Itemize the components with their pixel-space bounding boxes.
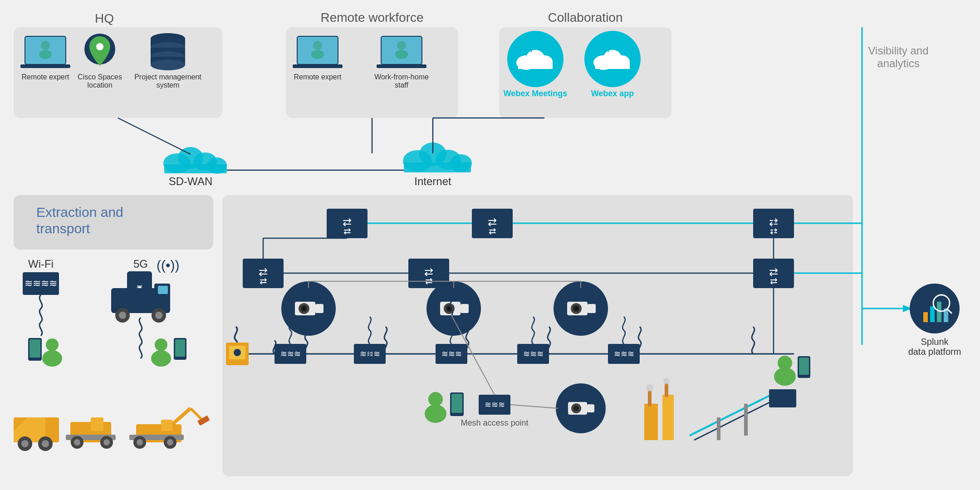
- svg-text:Webex Meetings: Webex Meetings: [504, 89, 568, 98]
- splunk-icon: [910, 284, 960, 333]
- svg-text:⇄: ⇄: [770, 276, 778, 286]
- svg-text:Internet: Internet: [414, 175, 451, 187]
- svg-text:≋≋≋: ≋≋≋: [280, 349, 301, 358]
- svg-text:⇄: ⇄: [260, 276, 267, 286]
- svg-point-4: [39, 50, 52, 59]
- svg-rect-64: [164, 164, 227, 173]
- svg-rect-188: [587, 404, 594, 412]
- svg-text:((•)): ((•)): [157, 258, 179, 273]
- remote-workforce-label: Remote workforce: [320, 10, 423, 24]
- svg-rect-23: [293, 64, 343, 68]
- svg-point-115: [137, 439, 143, 446]
- camera-2: [426, 281, 481, 336]
- svg-rect-80: [29, 339, 40, 358]
- svg-rect-156: [588, 304, 596, 313]
- collaboration-label: Collaboration: [548, 10, 623, 24]
- wifi-label: Wi-Fi: [28, 258, 54, 270]
- svg-text:system: system: [157, 81, 180, 89]
- mesh-device-1: ≋≋≋: [274, 344, 306, 364]
- svg-rect-70: [404, 162, 471, 172]
- svg-text:⇄: ⇄: [489, 226, 496, 236]
- svg-rect-144: [315, 304, 323, 313]
- svg-rect-54: [930, 306, 935, 322]
- mesh-device-bottom: ≋≋≋: [479, 395, 510, 415]
- svg-point-159: [575, 307, 578, 310]
- svg-text:data platform: data platform: [908, 347, 961, 357]
- remote-expert-rw-icon: Remote expert: [293, 36, 343, 81]
- svg-point-21: [313, 41, 322, 50]
- svg-point-91: [155, 312, 162, 319]
- svg-point-203: [663, 378, 670, 384]
- svg-point-107: [103, 439, 110, 446]
- hq-label: HQ: [95, 11, 114, 25]
- mesh-label: Mesh access point: [461, 418, 528, 427]
- svg-text:Work-from-home: Work-from-home: [374, 73, 429, 81]
- svg-rect-110: [161, 420, 172, 431]
- switch-top-2: ⇄ ⇄: [472, 209, 513, 238]
- svg-text:Remote expert: Remote expert: [22, 73, 69, 81]
- svg-point-202: [646, 384, 653, 392]
- svg-rect-94: [175, 339, 185, 357]
- mesh-device-5: ≋≋≋: [608, 344, 640, 364]
- svg-rect-35: [518, 63, 553, 69]
- svg-point-153: [448, 307, 451, 310]
- svg-point-22: [311, 50, 324, 59]
- svg-rect-199: [662, 395, 674, 440]
- svg-point-182: [234, 349, 241, 356]
- svg-point-98: [21, 440, 29, 447]
- camera-3: [554, 281, 608, 336]
- svg-rect-28: [377, 64, 426, 68]
- svg-point-117: [167, 439, 173, 446]
- svg-point-27: [395, 50, 408, 59]
- svg-rect-53: [923, 312, 928, 322]
- svg-point-82: [42, 350, 62, 367]
- svg-point-89: [119, 312, 126, 319]
- svg-point-105: [74, 439, 80, 446]
- camera-bottom: [556, 383, 606, 433]
- svg-text:SD-WAN: SD-WAN: [169, 175, 212, 187]
- svg-point-193: [425, 405, 446, 423]
- svg-point-147: [303, 307, 305, 310]
- svg-point-81: [46, 338, 59, 351]
- svg-rect-198: [644, 404, 658, 440]
- svg-text:≋≋≋: ≋≋≋: [614, 349, 634, 358]
- svg-point-8: [96, 43, 103, 50]
- switch-far-right: ⇄ ⇄: [753, 259, 794, 288]
- svg-rect-200: [648, 390, 652, 406]
- svg-point-17: [151, 59, 185, 70]
- mesh-device-4: ≋≋≋: [517, 344, 549, 364]
- svg-text:≋≋≋: ≋≋≋: [523, 349, 544, 358]
- svg-rect-197: [799, 358, 809, 375]
- svg-text:Remote expert: Remote expert: [294, 73, 342, 81]
- svg-text:transport: transport: [36, 221, 90, 236]
- fiveg-label: 5G: [133, 258, 148, 270]
- svg-rect-5: [20, 64, 70, 68]
- switch-mid-left: ⇄ ⇄: [243, 259, 284, 288]
- svg-point-93: [151, 350, 171, 367]
- svg-rect-103: [91, 417, 103, 431]
- main-diagram: HQ Remote expert Cisco Spaces location: [0, 0, 980, 490]
- svg-rect-44: [595, 63, 630, 69]
- svg-rect-87: [158, 286, 168, 294]
- svg-text:Project management: Project management: [134, 73, 201, 81]
- svg-text:staff: staff: [395, 81, 409, 89]
- svg-rect-206: [717, 417, 720, 440]
- svg-rect-194: [451, 394, 462, 413]
- svg-rect-201: [665, 383, 668, 397]
- mesh-device-3: ≋≋≋: [436, 344, 467, 364]
- svg-point-100: [42, 440, 49, 447]
- svg-text:≋≋≋≋: ≋≋≋≋: [24, 278, 57, 289]
- svg-text:location: location: [87, 81, 112, 89]
- svg-rect-150: [461, 304, 469, 313]
- svg-point-92: [155, 338, 167, 351]
- remote-expert-hq-icon: Remote expert: [20, 36, 70, 81]
- splunk-label: Splunk: [921, 337, 949, 347]
- svg-rect-208: [769, 389, 796, 407]
- svg-text:Cisco Spaces: Cisco Spaces: [78, 73, 122, 81]
- yellow-device: [226, 343, 249, 365]
- svg-rect-207: [744, 404, 748, 436]
- diagram-svg: HQ Remote expert Cisco Spaces location: [0, 0, 980, 490]
- svg-text:⇄: ⇄: [343, 226, 351, 236]
- extraction-label: Extraction and: [36, 205, 123, 220]
- svg-text:≋≋≋: ≋≋≋: [441, 349, 462, 358]
